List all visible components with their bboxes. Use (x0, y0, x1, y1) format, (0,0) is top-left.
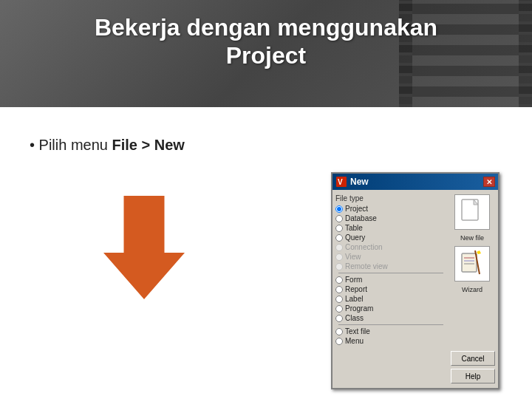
header-area: Bekerja dengan menggunakan Project (0, 0, 532, 107)
wizard-label: Wizard (462, 286, 482, 293)
radio-menu[interactable]: Menu (335, 337, 446, 345)
arrow-container (103, 196, 185, 299)
dialog-titlebar: V New ✕ (332, 174, 498, 190)
header-title: Bekerja dengan menggunakan Project (0, 13, 532, 70)
radio-table[interactable]: Table (335, 224, 446, 232)
dialog-icon: V (335, 176, 347, 188)
radio-report[interactable]: Report (335, 285, 446, 293)
down-arrow (103, 196, 185, 299)
radio-connection: Connection (335, 243, 446, 251)
radio-class[interactable]: Class (335, 314, 446, 322)
dialog-footer: Cancel Help (332, 351, 498, 388)
separator2 (338, 324, 443, 325)
svg-marker-11 (477, 250, 481, 254)
radio-program[interactable]: Program (335, 304, 446, 313)
radio-query[interactable]: Query (335, 233, 446, 242)
cancel-button[interactable]: Cancel (451, 351, 495, 366)
radio-form[interactable]: Form (335, 276, 446, 284)
dialog-body: File type Project Database Table Query (332, 190, 498, 351)
svg-text:V: V (338, 178, 343, 186)
svg-rect-5 (462, 253, 477, 272)
radio-text-file[interactable]: Text file (335, 327, 446, 335)
help-button[interactable]: Help (451, 369, 495, 383)
radio-project[interactable]: Project (335, 205, 446, 213)
separator (338, 273, 443, 273)
radio-database[interactable]: Database (335, 214, 446, 222)
slide-container: Bekerja dengan menggunakan Project • Pil… (0, 0, 532, 399)
new-file-label: New file (460, 234, 484, 242)
new-file-icon-box[interactable] (454, 194, 490, 230)
radio-remote-view: Remote view (335, 262, 446, 270)
radio-view: View (335, 253, 446, 261)
new-dialog: V New ✕ File type Project Database (331, 172, 499, 389)
dialog-left-panel: File type Project Database Table Query (335, 194, 446, 347)
dialog-right-panel: New file (449, 194, 495, 347)
content-area: • Pilih menu File > New V New ✕ (0, 107, 532, 399)
dialog-title: New (350, 177, 483, 187)
bullet-text: • Pilih menu File > New (30, 137, 185, 154)
radio-label[interactable]: Label (335, 295, 446, 303)
dialog-close-button[interactable]: ✕ (483, 177, 495, 187)
file-type-label: File type (335, 194, 446, 202)
wizard-icon-box[interactable] (454, 246, 490, 282)
